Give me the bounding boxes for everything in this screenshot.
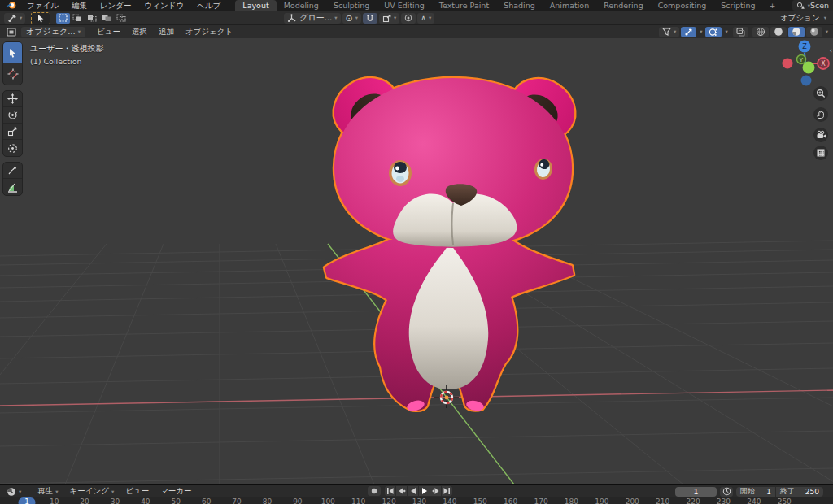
bear-model[interactable] (323, 66, 587, 412)
chevron-down-icon: ▾ (20, 15, 22, 21)
gizmos-dropdown[interactable]: ▾ (700, 28, 702, 35)
timeline-menu-item[interactable]: キーイング▾ (64, 486, 120, 497)
viewport-menu-item[interactable]: ビュー (91, 27, 126, 37)
navigation-gizmo[interactable]: Z Y X (776, 38, 833, 90)
select-mode-subtract[interactable] (85, 13, 99, 24)
transform-orientation-dropdown[interactable]: グロー... ▾ (284, 13, 340, 24)
viewport-menus: ビュー選択追加オブジェクト (91, 27, 238, 37)
blender-logo-icon[interactable] (5, 1, 17, 10)
viewport-menu-item[interactable]: オブジェクト (180, 27, 238, 37)
next-keyframe-button[interactable] (430, 486, 441, 496)
workspace-tab[interactable]: Texture Paint (432, 0, 496, 11)
gizmo-axis-x-negative[interactable] (783, 59, 793, 69)
shading-material-button[interactable] (788, 27, 805, 37)
tool-dropdown[interactable]: ▾ (4, 13, 25, 24)
topbar-menu-item[interactable]: 編集 (65, 0, 94, 11)
workspace-tab[interactable]: Animation (543, 0, 596, 11)
viewport-menu-item[interactable]: 追加 (153, 27, 180, 37)
perspective-toggle-button[interactable] (813, 146, 828, 160)
tool-rotate[interactable] (3, 107, 22, 124)
preview-range-button[interactable] (720, 487, 733, 497)
show-gizmos-toggle[interactable] (681, 27, 696, 37)
tool-measure[interactable] (3, 179, 22, 195)
play-button[interactable] (419, 486, 430, 496)
timeline-menu-item[interactable]: マーカー (155, 486, 197, 497)
gizmo-axis-y-positive[interactable] (803, 62, 815, 74)
topbar-menu-item[interactable]: ウィンドウ (138, 0, 191, 11)
overlays-dropdown[interactable]: ▾ (725, 28, 727, 35)
magnet-icon (366, 14, 374, 23)
topbar-menu-item[interactable]: ファイル (20, 0, 65, 11)
playhead-current-frame[interactable]: 1 (19, 497, 36, 504)
scale-icon (7, 126, 18, 137)
tool-transform[interactable] (3, 140, 22, 156)
transform-icon (7, 143, 18, 154)
mode-dropdown[interactable]: オブジェク... ▾ (21, 27, 85, 37)
frame-end-field[interactable]: 終了 250 (776, 487, 823, 497)
select-mode-extend[interactable] (71, 13, 85, 24)
timeline-editor-type-button[interactable]: ▾ (3, 486, 24, 497)
viewport-3d[interactable]: ユーザー・透視投影 (1) Collection (0, 38, 833, 484)
viewport-menu-item[interactable]: 選択 (126, 27, 153, 37)
mode-label: オブジェク... (26, 26, 76, 37)
shading-dropdown[interactable]: ▾ (826, 28, 828, 35)
snap-settings-dropdown[interactable]: ▾ (379, 13, 399, 24)
jump-to-end-button[interactable] (442, 486, 452, 496)
gizmo-filter-dropdown[interactable]: ▾ (659, 27, 679, 37)
falloff-dropdown[interactable]: ∧ ▾ (417, 13, 434, 24)
jump-to-start-button[interactable] (385, 486, 395, 496)
shading-wireframe-button[interactable] (752, 27, 769, 37)
timeline-ruler[interactable]: 1 10203040506070809010011012013014015016… (0, 497, 833, 504)
snap-toggle[interactable] (363, 13, 377, 24)
pan-view-button[interactable] (813, 107, 828, 122)
options-dropdown[interactable]: オプション ▾ (774, 13, 826, 24)
workspace-tab[interactable]: Shading (496, 0, 543, 11)
scene-selector[interactable]: ▾ Scen (792, 0, 833, 11)
workspace-tab[interactable]: UV Editing (377, 0, 432, 11)
active-tool-select-box[interactable] (31, 12, 50, 24)
shading-rendered-button[interactable] (806, 27, 822, 37)
workspace-tab[interactable]: Sculpting (326, 0, 377, 11)
workspace-tab[interactable]: Modeling (277, 0, 326, 11)
tool-cursor[interactable] (3, 63, 22, 85)
select-mode-intersect[interactable] (115, 13, 129, 24)
xray-toggle[interactable] (733, 27, 748, 37)
proportional-edit-toggle[interactable] (401, 13, 416, 24)
current-frame-field[interactable]: 1 (675, 487, 717, 497)
scene-name: Scen (810, 1, 831, 10)
end-value: 250 (805, 488, 819, 496)
workspace-tab[interactable]: Scripting (713, 0, 762, 11)
gizmo-axis-z-negative[interactable] (801, 76, 812, 86)
tool-annotate[interactable] (3, 163, 22, 179)
frame-start-field[interactable]: 開始 1 (736, 487, 775, 497)
pivot-point-dropdown[interactable]: ⊙ ▾ (342, 13, 361, 24)
wireframe-sphere-icon (756, 27, 765, 37)
zoom-view-button[interactable] (813, 86, 828, 101)
shading-solid-button[interactable] (770, 27, 787, 37)
timeline-menu-item[interactable]: 再生▾ (32, 486, 63, 497)
sidebar-toggle[interactable]: ‹ (829, 46, 832, 54)
workspace-tab[interactable]: Rendering (596, 0, 651, 11)
ruler-tick-label: 70 (232, 497, 241, 504)
prev-keyframe-button[interactable] (396, 486, 407, 496)
ruler-tick-label: 110 (351, 497, 365, 504)
play-reverse-button[interactable] (408, 486, 418, 496)
add-workspace-button[interactable]: + (762, 0, 782, 11)
topbar-menu-item[interactable]: レンダー (94, 0, 138, 11)
camera-view-button[interactable] (813, 128, 828, 142)
topbar-menu-item[interactable]: ヘルプ (190, 0, 227, 11)
show-overlays-toggle[interactable] (705, 27, 722, 37)
workspace-tab[interactable]: Layout (235, 0, 276, 11)
scene-canvas[interactable] (0, 38, 833, 484)
auto-keyframe-button[interactable] (368, 486, 381, 496)
editor-type-button[interactable] (3, 27, 20, 37)
tool-select-box[interactable] (3, 42, 22, 63)
play-reverse-icon (410, 488, 416, 494)
select-mode-invert[interactable] (100, 13, 114, 24)
workspace-tab[interactable]: Compositing (651, 0, 714, 11)
select-mode-new[interactable] (56, 13, 70, 24)
tool-scale[interactable] (3, 124, 22, 140)
rotate-icon (7, 110, 18, 120)
timeline-menu-item[interactable]: ビュー (120, 486, 155, 497)
tool-move[interactable] (3, 91, 22, 107)
